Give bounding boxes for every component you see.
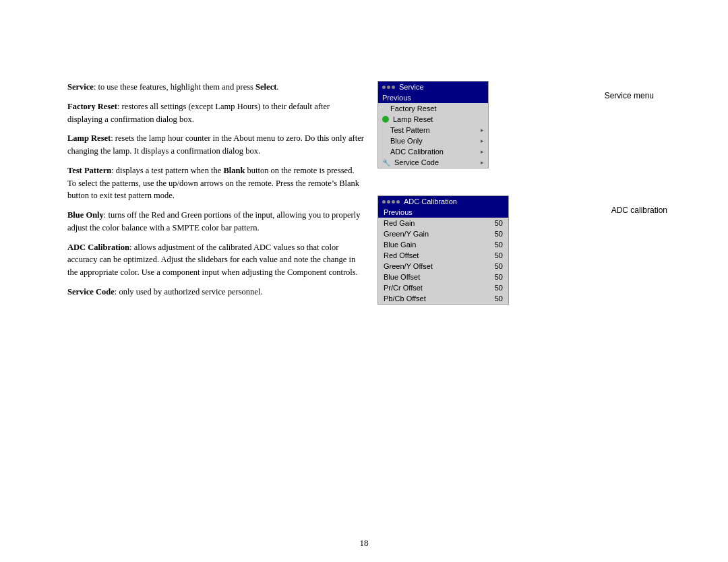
adc-menu-titlebar: ADC Calibration <box>378 196 508 207</box>
adc-green-offset-value: 50 <box>495 262 503 270</box>
para-test: Test Pattern: displays a test pattern wh… <box>67 164 364 202</box>
adc-menu-sidenote: ADC calibration <box>611 206 667 215</box>
service-menu-titlebar: Service <box>378 82 488 92</box>
adc-previous-label: Previous <box>384 208 413 216</box>
para-sc-bold: Service Code <box>67 287 115 296</box>
service-menu-sidenote: Service menu <box>605 91 654 100</box>
adot1 <box>382 200 386 204</box>
service-lamp-row[interactable]: Lamp Reset <box>378 114 488 125</box>
adc-blue-gain-value: 50 <box>495 241 503 249</box>
service-factory-label: Factory Reset <box>390 104 436 113</box>
adc-green-gain-label: Green/Y Gain <box>384 230 429 238</box>
service-factory-row[interactable]: Factory Reset <box>378 103 488 114</box>
adc-dots <box>382 200 400 204</box>
para-test-text: : displays a test pattern when the <box>111 166 223 175</box>
adc-menu-title: ADC Calibration <box>404 197 457 206</box>
service-blue-label: Blue Only <box>390 137 423 145</box>
para-lamp-text: : resets the lamp hour counter in the Ab… <box>67 133 364 156</box>
para-lamp-bold: Lamp Reset <box>67 133 111 143</box>
adc-green-gain-row[interactable]: Green/Y Gain 50 <box>378 228 508 239</box>
para-service-select: Select <box>255 82 276 92</box>
adc-green-offset-label: Green/Y Offset <box>384 262 433 270</box>
adot3 <box>392 200 395 204</box>
adc-red-offset-label: Red Offset <box>384 251 419 259</box>
para-lamp: Lamp Reset: resets the lamp hour counter… <box>67 132 364 158</box>
page-content: Service: to use these features, highligh… <box>67 81 661 522</box>
adc-previous-row[interactable]: Previous <box>378 207 508 218</box>
left-column: Service: to use these features, highligh… <box>67 81 364 305</box>
para-blue-bold: Blue Only <box>67 210 104 220</box>
para-service: Service: to use these features, highligh… <box>67 81 364 94</box>
para-service-text: : to use these features, highlight them … <box>94 82 255 92</box>
adc-prcr-offset-label: Pr/Cr Offset <box>384 284 423 292</box>
adc-arrow: ▸ <box>481 148 484 155</box>
service-test-row[interactable]: Test Pattern ▸ <box>378 125 488 135</box>
service-blue-row[interactable]: Blue Only ▸ <box>378 135 488 146</box>
dot2 <box>387 86 390 89</box>
adc-prcr-offset-value: 50 <box>495 284 503 292</box>
right-column: Service Previous Factory Reset Lamp Rese… <box>377 81 593 325</box>
para-service-bold: Service <box>67 82 94 92</box>
adc-green-gain-value: 50 <box>495 230 503 238</box>
service-lamp-label: Lamp Reset <box>393 115 433 123</box>
adc-menu-container: ADC Calibration Previous Red Gain 50 Gre… <box>377 195 593 305</box>
service-test-label: Test Pattern <box>390 126 430 134</box>
service-code-label: Service Code <box>394 158 439 166</box>
adc-blue-offset-row[interactable]: Blue Offset 50 <box>378 272 508 282</box>
service-previous-label: Previous <box>382 94 411 102</box>
adc-red-offset-value: 50 <box>495 251 503 259</box>
service-menu-container: Service Previous Factory Reset Lamp Rese… <box>377 81 593 168</box>
dot3 <box>392 86 395 89</box>
adc-blue-offset-label: Blue Offset <box>384 273 420 281</box>
service-previous-row[interactable]: Previous <box>378 92 488 103</box>
para-sc-text: : only used by authorized service person… <box>115 287 263 296</box>
adc-menu-box: ADC Calibration Previous Red Gain 50 Gre… <box>377 195 509 305</box>
test-arrow: ▸ <box>481 127 484 133</box>
page-number: 18 <box>360 538 369 549</box>
para-blue-text: : turns off the Red and Green portions o… <box>67 210 360 232</box>
service-code-row[interactable]: 🔧 Service Code ▸ <box>378 157 488 168</box>
adc-blue-offset-value: 50 <box>495 273 503 281</box>
dot1 <box>382 86 386 89</box>
blue-arrow: ▸ <box>481 137 484 144</box>
para-blue: Blue Only: turns off the Red and Green p… <box>67 209 364 235</box>
para-adc: ADC Calibration: allows adjustment of th… <box>67 241 364 279</box>
lamp-icon <box>382 116 389 123</box>
service-menu-box: Service Previous Factory Reset Lamp Rese… <box>377 81 489 168</box>
para-test-bold: Test Pattern <box>67 166 111 175</box>
adot4 <box>396 200 400 204</box>
service-adc-label: ADC Calibration <box>390 148 444 156</box>
adc-pbcb-offset-value: 50 <box>495 294 503 303</box>
code-arrow: ▸ <box>481 159 484 166</box>
para-service-code: Service Code: only used by authorized se… <box>67 286 364 299</box>
para-factory: Factory Reset: restores all settings (ex… <box>67 100 364 126</box>
adot2 <box>387 200 390 204</box>
service-adc-row[interactable]: ADC Calibration ▸ <box>378 146 488 157</box>
adc-red-gain-label: Red Gain <box>384 219 415 227</box>
adc-blue-gain-row[interactable]: Blue Gain 50 <box>378 239 508 250</box>
adc-prcr-offset-row[interactable]: Pr/Cr Offset 50 <box>378 282 508 293</box>
adc-red-gain-row[interactable]: Red Gain 50 <box>378 218 508 228</box>
para-test-blank: Blank <box>223 166 245 175</box>
adc-green-offset-row[interactable]: Green/Y Offset 50 <box>378 261 508 272</box>
adc-red-offset-row[interactable]: Red Offset 50 <box>378 250 508 261</box>
service-menu-dots <box>382 86 395 89</box>
para-factory-bold: Factory Reset <box>67 102 117 111</box>
adc-pbcb-offset-label: Pb/Cb Offset <box>384 294 426 303</box>
service-menu-title: Service <box>399 83 424 91</box>
wrench-icon: 🔧 <box>382 159 390 166</box>
adc-red-gain-value: 50 <box>495 219 503 227</box>
adc-blue-gain-label: Blue Gain <box>384 241 416 249</box>
adc-pbcb-offset-row[interactable]: Pb/Cb Offset 50 <box>378 293 508 304</box>
para-adc-bold: ADC Calibration <box>67 243 129 252</box>
